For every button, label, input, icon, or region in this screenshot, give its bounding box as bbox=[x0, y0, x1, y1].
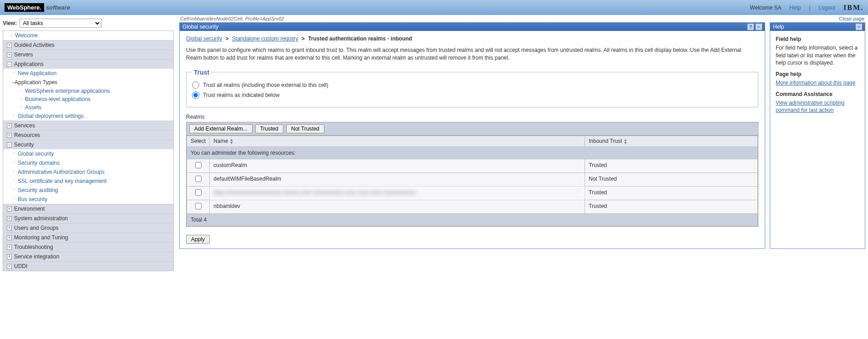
expand-icon[interactable]: + bbox=[7, 43, 12, 48]
nav-bus-security[interactable]: Bus security bbox=[3, 195, 173, 204]
nav-applications[interactable]: −Applications bbox=[3, 59, 173, 69]
col-inbound-trust[interactable]: Inbound Trust▲▼ bbox=[585, 136, 758, 147]
admin-resources-row: You can administer the following resourc… bbox=[187, 147, 758, 159]
help-link[interactable]: Help bbox=[789, 5, 801, 11]
collapse-icon[interactable]: − bbox=[7, 62, 12, 67]
nav-services[interactable]: +Services bbox=[3, 121, 173, 130]
realm-trust: Trusted bbox=[585, 159, 758, 172]
nav-tree: Welcome +Guided Activities +Servers −App… bbox=[3, 30, 174, 271]
row-checkbox[interactable] bbox=[195, 203, 202, 209]
view-label: View: bbox=[3, 20, 17, 26]
nav-environment[interactable]: +Environment bbox=[3, 204, 173, 213]
collapse-icon[interactable]: − bbox=[7, 142, 12, 147]
field-help-text: For field help information, select a fie… bbox=[776, 44, 859, 67]
realm-name: customRealm bbox=[210, 159, 585, 172]
add-external-realm-button[interactable]: Add External Realm... bbox=[189, 124, 252, 133]
nav-security[interactable]: −Security bbox=[3, 140, 173, 149]
radio-trust-below[interactable] bbox=[192, 91, 199, 99]
command-assistance-heading: Command Assistance bbox=[776, 91, 859, 98]
nav-monitoring[interactable]: +Monitoring and Tuning bbox=[3, 233, 173, 242]
row-checkbox[interactable] bbox=[195, 189, 202, 196]
page-help-heading: Page help bbox=[776, 71, 859, 78]
expand-icon[interactable]: + bbox=[7, 133, 12, 138]
nav-service-integration[interactable]: +Service integration bbox=[3, 252, 173, 261]
close-page-link[interactable]: Close page bbox=[839, 16, 864, 21]
brand-logo: WebSphere. software bbox=[5, 3, 70, 12]
realm-name: defaultWIMFileBasedRealm bbox=[210, 172, 585, 186]
nav-uddi[interactable]: +UDDI bbox=[3, 261, 173, 271]
radio-trust-below-label: Trust realms as indicated below bbox=[203, 92, 279, 98]
nav-new-application[interactable]: New Application bbox=[3, 69, 173, 78]
nav-security-domains[interactable]: Security domains bbox=[3, 158, 173, 167]
total-row: Total 4 bbox=[187, 213, 758, 226]
command-assistance-link[interactable]: View administrative scripting command fo… bbox=[776, 100, 844, 114]
view-select[interactable]: All tasks bbox=[20, 19, 101, 28]
radio-trust-all-label: Trust all realms (including those extern… bbox=[203, 82, 328, 88]
trust-fieldset: Trust Trust all realms (including those … bbox=[186, 69, 758, 107]
table-row: defaultWIMFileBasedRealmNot Trusted bbox=[187, 172, 758, 186]
nav-resources[interactable]: +Resources bbox=[3, 130, 173, 140]
col-select: Select bbox=[187, 136, 210, 147]
radio-trust-all[interactable] bbox=[192, 81, 199, 89]
nav-security-auditing[interactable]: Security auditing bbox=[3, 186, 173, 195]
expand-icon[interactable]: + bbox=[7, 235, 12, 240]
realm-trust: Not Trusted bbox=[585, 172, 758, 186]
realms-table: Select Name▲▼ Inbound Trust▲▼ You can ad… bbox=[187, 136, 758, 226]
minimize-icon[interactable]: − bbox=[856, 24, 862, 30]
row-checkbox[interactable] bbox=[195, 176, 202, 182]
realm-trust: Trusted bbox=[585, 186, 758, 200]
nav-servers[interactable]: +Servers bbox=[3, 50, 173, 59]
help-icon[interactable]: ? bbox=[747, 24, 754, 30]
not-trusted-button[interactable]: Not Trusted bbox=[286, 124, 324, 133]
portlet-title: Global security bbox=[182, 24, 218, 30]
page-description: Use this panel to configure which realms… bbox=[186, 46, 758, 62]
ibm-logo: IBM. bbox=[843, 4, 863, 12]
separator: | bbox=[809, 5, 810, 11]
breadcrumb: Global security > Standalone custom regi… bbox=[186, 35, 758, 42]
nav-ssl[interactable]: SSL certificate and key management bbox=[3, 177, 173, 186]
expand-icon[interactable]: + bbox=[7, 264, 12, 269]
expand-icon[interactable]: + bbox=[7, 254, 12, 259]
realm-trust: Trusted bbox=[585, 200, 758, 213]
col-name[interactable]: Name▲▼ bbox=[210, 136, 585, 147]
crumb-global-security[interactable]: Global security bbox=[186, 35, 222, 42]
expand-icon[interactable]: + bbox=[7, 216, 12, 221]
nav-welcome[interactable]: Welcome bbox=[15, 32, 38, 39]
trust-legend: Trust bbox=[192, 69, 211, 76]
expand-icon[interactable]: + bbox=[7, 123, 12, 128]
nav-global-security[interactable]: Global security bbox=[3, 149, 173, 158]
nav-guided-activities[interactable]: +Guided Activities bbox=[3, 40, 173, 50]
brand-software: software bbox=[46, 4, 70, 11]
logout-link[interactable]: Logout bbox=[818, 5, 835, 11]
help-portlet: Help − Field help For field help informa… bbox=[770, 22, 865, 249]
sort-icon[interactable]: ▲▼ bbox=[623, 138, 627, 145]
nav-global-deployment[interactable]: Global deployment settings bbox=[3, 111, 173, 121]
nav-admin-auth-groups[interactable]: Administrative Authorization Groups bbox=[3, 167, 173, 177]
realm-name: nbbamldev bbox=[210, 200, 585, 213]
apply-button[interactable]: Apply bbox=[186, 235, 210, 244]
collapse-icon[interactable]: − bbox=[11, 79, 15, 86]
table-row: nbbamldevTrusted bbox=[187, 200, 758, 213]
sort-icon[interactable]: ▲▼ bbox=[229, 138, 233, 145]
field-help-heading: Field help bbox=[776, 35, 859, 43]
row-checkbox[interactable] bbox=[195, 162, 202, 168]
nav-users-groups[interactable]: +Users and Groups bbox=[3, 223, 173, 233]
nav-troubleshooting[interactable]: +Troubleshooting bbox=[3, 242, 173, 252]
nav-system-administration[interactable]: +System administration bbox=[3, 213, 173, 223]
page-help-link[interactable]: More information about this page bbox=[776, 80, 855, 86]
expand-icon[interactable]: + bbox=[7, 245, 12, 250]
nav-ws-enterprise-apps[interactable]: WebSphere enterprise applications bbox=[3, 87, 173, 95]
help-portlet-title: Help bbox=[773, 24, 784, 30]
trusted-button[interactable]: Trusted bbox=[255, 124, 283, 133]
expand-icon[interactable]: + bbox=[7, 52, 12, 57]
welcome-user: Welcome SA bbox=[750, 5, 781, 11]
expand-icon[interactable]: + bbox=[7, 226, 12, 231]
crumb-standalone-registry[interactable]: Standalone custom registry bbox=[232, 35, 298, 42]
nav-application-types[interactable]: −Application Types bbox=[3, 78, 173, 87]
nav-assets[interactable]: Assets bbox=[3, 103, 173, 111]
nav-business-level-apps[interactable]: Business-level applications bbox=[3, 95, 173, 103]
expand-icon[interactable]: + bbox=[7, 207, 12, 212]
realm-name: https://xxxxxxxxxxxxxxxxxxx.xxxxxx.com.x… bbox=[210, 186, 585, 200]
minimize-icon[interactable]: − bbox=[756, 24, 762, 30]
table-row: customRealmTrusted bbox=[187, 159, 758, 172]
